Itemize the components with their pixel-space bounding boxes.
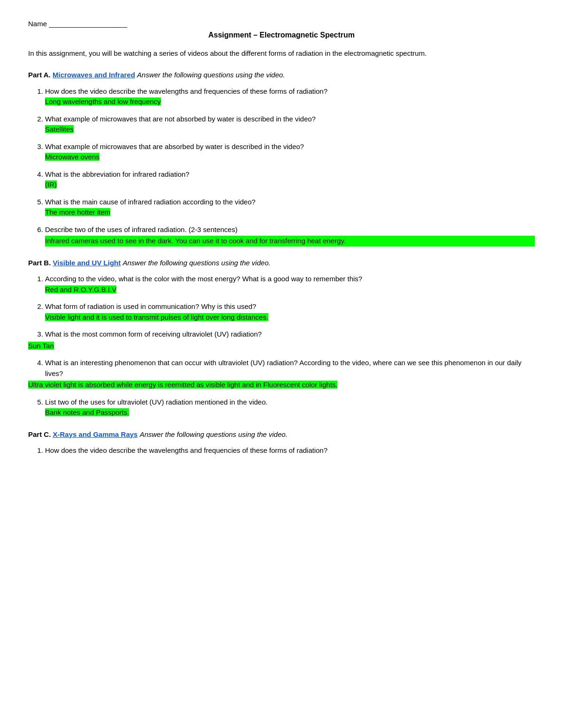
list-item: What is an interesting phenomenon that c… <box>45 358 535 390</box>
answer-text: Ultra violet light is absorbed while ene… <box>28 381 337 389</box>
question-text: What is the most common form of receivin… <box>45 330 262 338</box>
question-text: According to the video, what is the colo… <box>45 275 362 283</box>
part-c-questions: How does the video describe the waveleng… <box>45 445 535 456</box>
name-underline: ____________________ <box>49 20 127 28</box>
part-c-link[interactable]: X-Rays and Gamma Rays <box>53 430 138 438</box>
part-b-header: Part B. Visible and UV Light Answer the … <box>28 258 535 269</box>
part-a-questions: How does the video describe the waveleng… <box>45 86 535 247</box>
intro-text: In this assignment, you will be watching… <box>28 48 535 59</box>
list-item: What form of radiation is used in commun… <box>45 301 535 323</box>
name-line: Name ____________________ <box>28 19 535 30</box>
question-text: What example of microwaves that are abso… <box>45 143 304 150</box>
question-text: What example of microwaves that are not … <box>45 115 316 123</box>
question-text: What form of radiation is used in commun… <box>45 302 256 310</box>
answer-text: Long wavelengths and low frequency <box>45 98 161 105</box>
list-item: What example of microwaves that are abso… <box>45 142 535 163</box>
part-b-link[interactable]: Visible and UV Light <box>53 259 121 267</box>
list-item: List two of the uses for ultraviolet (UV… <box>45 397 535 418</box>
list-item: According to the video, what is the colo… <box>45 274 535 295</box>
part-c-header: Part C. X-Rays and Gamma Rays Answer the… <box>28 429 535 440</box>
question-text: List two of the uses for ultraviolet (UV… <box>45 398 267 406</box>
answer-text: Red and R.O.Y.G.B.I.V <box>45 285 116 293</box>
name-label: Name <box>28 20 47 28</box>
question-text: How does the video describe the waveleng… <box>45 446 327 454</box>
answer-text: The more hotter item <box>45 208 110 216</box>
answer-text: Sun Tan <box>28 342 54 350</box>
answer-text: Bank notes and Passports. <box>45 408 129 416</box>
list-item: What example of microwaves that are not … <box>45 114 535 135</box>
list-item: How does the video describe the waveleng… <box>45 86 535 107</box>
part-a-header: Part A. Microwaves and Infrared Answer t… <box>28 70 535 81</box>
page-title: Assignment – Electromagnetic Spectrum <box>28 30 535 41</box>
answer-text: Infrared cameras used to see in the dark… <box>45 236 535 247</box>
question-text: What is the main cause of infrared radia… <box>45 198 256 206</box>
list-item: What is the main cause of infrared radia… <box>45 197 535 218</box>
question-text: How does the video describe the waveleng… <box>45 87 327 95</box>
part-a-link[interactable]: Microwaves and Infrared <box>53 71 135 79</box>
question-text: What is an interesting phenomenon that c… <box>45 359 522 377</box>
list-item: What is the abbreviation for infrared ra… <box>45 169 535 190</box>
part-b-questions: According to the video, what is the colo… <box>45 274 535 418</box>
answer-text: Microwave ovens <box>45 153 99 161</box>
question-text: Describe two of the uses of infrared rad… <box>45 225 237 233</box>
list-item: What is the most common form of receivin… <box>45 329 535 351</box>
answer-text: Satellites <box>45 125 74 133</box>
answer-text: Visible light and it is used to transmit… <box>45 313 268 321</box>
list-item: How does the video describe the waveleng… <box>45 445 535 456</box>
list-item: Describe two of the uses of infrared rad… <box>45 225 535 247</box>
question-text: What is the abbreviation for infrared ra… <box>45 170 190 178</box>
answer-text: (IR) <box>45 180 57 188</box>
